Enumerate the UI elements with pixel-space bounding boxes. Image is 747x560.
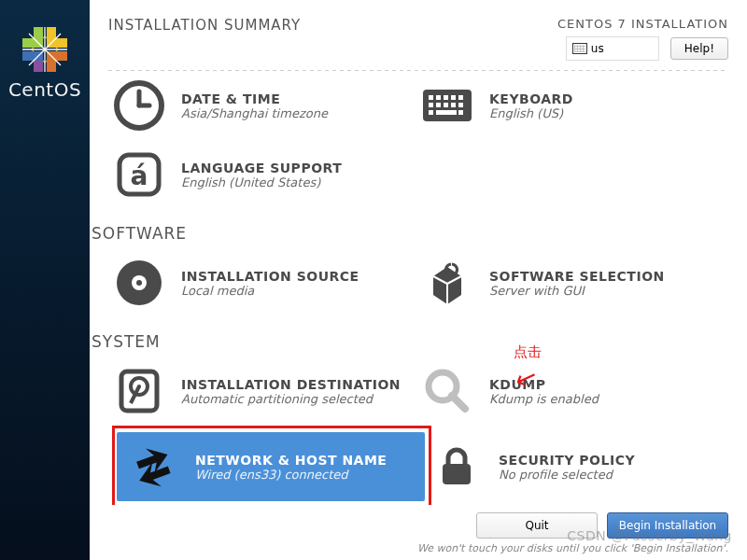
spoke-title: INSTALLATION DESTINATION (181, 377, 401, 392)
section-software: SOFTWARE (90, 209, 728, 248)
spoke-title: KDUMP (489, 377, 599, 392)
lock-icon (430, 440, 484, 494)
spoke-sub: English (United States) (181, 175, 342, 189)
help-button[interactable]: Help! (670, 37, 728, 60)
svg-rect-41 (443, 464, 471, 484)
begin-installation-button[interactable]: Begin Installation (607, 512, 728, 539)
spoke-title: SECURITY POLICY (499, 453, 635, 468)
spoke-sub: Kdump is enabled (489, 392, 599, 406)
spoke-sub: English (US) (489, 106, 573, 120)
svg-rect-28 (436, 110, 457, 115)
keyboard-layout-indicator[interactable]: us (566, 36, 659, 61)
clock-icon (112, 78, 166, 133)
package-icon (420, 256, 474, 310)
spoke-sub: Server with GUI (489, 284, 665, 298)
spoke-language-support[interactable]: á LANGUAGE SUPPORT English (United State… (103, 140, 411, 209)
svg-rect-19 (444, 95, 448, 100)
svg-line-40 (452, 396, 465, 409)
spoke-title: NETWORK & HOST NAME (195, 453, 387, 468)
main-panel: INSTALLATION SUMMARY CENTOS 7 INSTALLATI… (90, 0, 747, 560)
footer: Quit Begin Installation We won't touch y… (90, 505, 747, 560)
spoke-installation-source[interactable]: INSTALLATION SOURCE Local media (103, 248, 411, 317)
keyboard-large-icon (420, 78, 474, 133)
page-title: INSTALLATION SUMMARY (108, 17, 301, 34)
svg-rect-22 (429, 103, 433, 107)
header: INSTALLATION SUMMARY CENTOS 7 INSTALLATI… (90, 0, 747, 66)
network-icon (126, 440, 180, 494)
annotation-click: 点击 (514, 343, 542, 361)
quit-button[interactable]: Quit (476, 512, 598, 539)
language-icon: á (112, 147, 166, 202)
spoke-network-hostname[interactable]: NETWORK & HOST NAME Wired (ens33) connec… (117, 432, 425, 501)
spoke-sub: Automatic partitioning selected (181, 392, 401, 406)
spoke-keyboard[interactable]: KEYBOARD English (US) (411, 71, 719, 140)
content: DATE & TIME Asia/Shanghai timezone KEYBO… (90, 71, 747, 505)
highlight-network: NETWORK & HOST NAME Wired (ens33) connec… (112, 426, 431, 505)
svg-rect-25 (451, 103, 456, 107)
svg-rect-26 (458, 103, 463, 107)
spoke-sub: Asia/Shanghai timezone (181, 106, 328, 120)
spoke-date-time[interactable]: DATE & TIME Asia/Shanghai timezone (103, 71, 411, 140)
svg-rect-24 (444, 103, 448, 107)
brand-name: CentOS (8, 78, 81, 101)
search-icon (420, 364, 474, 418)
spoke-title: DATE & TIME (181, 91, 328, 106)
spoke-software-selection[interactable]: SOFTWARE SELECTION Server with GUI (411, 248, 719, 317)
svg-rect-17 (429, 95, 433, 100)
spoke-installation-destination[interactable]: INSTALLATION DESTINATION Automatic parti… (103, 357, 411, 426)
footer-hint: We won't touch your disks until you clic… (417, 542, 728, 554)
centos-logo-icon (21, 26, 68, 73)
spoke-title: LANGUAGE SUPPORT (181, 161, 342, 175)
svg-rect-8 (47, 51, 56, 72)
section-system: SYSTEM (90, 317, 728, 357)
svg-rect-7 (47, 38, 67, 48)
spoke-security-policy[interactable]: SECURITY POLICY No profile selected (420, 426, 728, 505)
svg-rect-27 (429, 110, 433, 115)
keyboard-icon (572, 43, 587, 54)
sidebar: CentOS (0, 0, 90, 560)
svg-rect-21 (458, 95, 463, 100)
spoke-kdump[interactable]: KDUMP Kdump is enabled (411, 357, 719, 426)
svg-text:á: á (131, 161, 148, 191)
svg-rect-6 (34, 27, 43, 48)
spoke-sub: Local media (181, 284, 359, 298)
svg-rect-23 (436, 103, 441, 107)
lang-code: us (591, 42, 604, 55)
spoke-sub: No profile selected (499, 468, 635, 482)
header-subtitle: CENTOS 7 INSTALLATION (557, 17, 728, 31)
disc-icon (112, 256, 166, 310)
spoke-title: KEYBOARD (489, 91, 573, 106)
svg-rect-18 (436, 95, 441, 100)
spoke-title: SOFTWARE SELECTION (489, 269, 665, 284)
spoke-title: INSTALLATION SOURCE (181, 269, 359, 284)
hdd-icon (112, 364, 166, 418)
svg-point-34 (136, 280, 142, 286)
svg-rect-5 (22, 51, 43, 61)
spoke-sub: Wired (ens33) connected (195, 468, 387, 482)
svg-rect-29 (458, 110, 463, 115)
svg-rect-20 (451, 95, 456, 100)
